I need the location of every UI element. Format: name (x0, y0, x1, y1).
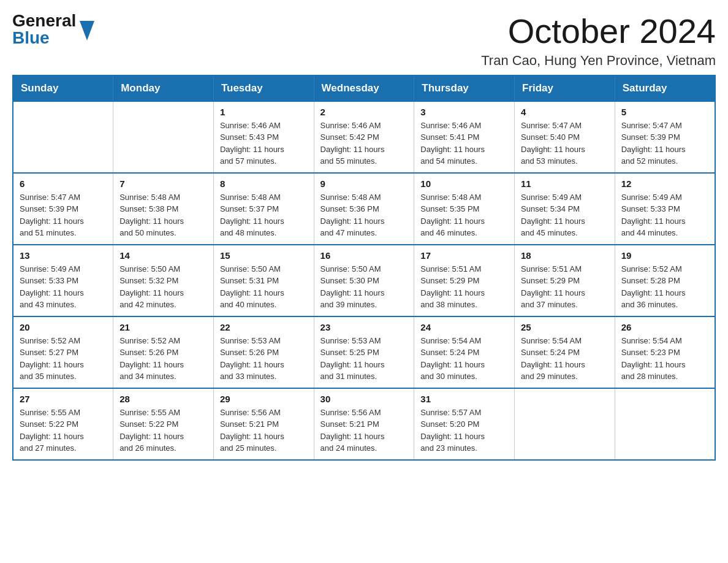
calendar-cell: 2Sunrise: 5:46 AM Sunset: 5:42 PM Daylig… (314, 101, 414, 173)
day-number: 9 (320, 178, 408, 189)
day-number: 16 (320, 250, 408, 261)
calendar-cell (13, 101, 113, 173)
calendar-cell: 28Sunrise: 5:55 AM Sunset: 5:22 PM Dayli… (113, 388, 214, 460)
day-number: 7 (119, 178, 207, 189)
day-info: Sunrise: 5:46 AM Sunset: 5:41 PM Dayligh… (420, 120, 508, 167)
header-day-friday: Friday (515, 75, 615, 101)
header-day-wednesday: Wednesday (314, 75, 414, 101)
day-number: 28 (119, 394, 207, 404)
day-info: Sunrise: 5:54 AM Sunset: 5:24 PM Dayligh… (420, 335, 508, 383)
calendar-cell: 13Sunrise: 5:49 AM Sunset: 5:33 PM Dayli… (13, 245, 113, 316)
day-number: 8 (220, 178, 308, 189)
day-info: Sunrise: 5:48 AM Sunset: 5:36 PM Dayligh… (320, 191, 408, 239)
svg-marker-0 (80, 21, 94, 40)
day-number: 25 (521, 322, 609, 332)
day-info: Sunrise: 5:50 AM Sunset: 5:31 PM Dayligh… (220, 263, 308, 311)
day-number: 20 (20, 322, 107, 332)
day-number: 1 (220, 107, 308, 117)
day-info: Sunrise: 5:50 AM Sunset: 5:32 PM Dayligh… (119, 263, 207, 311)
calendar-cell: 25Sunrise: 5:54 AM Sunset: 5:24 PM Dayli… (515, 316, 615, 388)
day-info: Sunrise: 5:53 AM Sunset: 5:26 PM Dayligh… (220, 335, 308, 383)
day-number: 21 (119, 322, 207, 332)
day-number: 14 (119, 250, 207, 261)
calendar-cell: 14Sunrise: 5:50 AM Sunset: 5:32 PM Dayli… (113, 245, 214, 316)
main-title: October 2024 (481, 12, 716, 50)
day-info: Sunrise: 5:46 AM Sunset: 5:42 PM Dayligh… (320, 120, 408, 167)
day-number: 18 (521, 250, 609, 261)
day-info: Sunrise: 5:52 AM Sunset: 5:26 PM Dayligh… (119, 335, 207, 383)
day-info: Sunrise: 5:51 AM Sunset: 5:29 PM Dayligh… (521, 263, 609, 311)
calendar-cell: 3Sunrise: 5:46 AM Sunset: 5:41 PM Daylig… (414, 101, 515, 173)
week-row-1: 1Sunrise: 5:46 AM Sunset: 5:43 PM Daylig… (13, 101, 715, 173)
day-number: 11 (521, 178, 609, 189)
day-info: Sunrise: 5:49 AM Sunset: 5:34 PM Dayligh… (521, 191, 609, 239)
day-number: 10 (420, 178, 508, 189)
header-day-sunday: Sunday (13, 75, 113, 101)
header-day-monday: Monday (113, 75, 214, 101)
day-number: 31 (420, 394, 508, 404)
day-number: 29 (220, 394, 308, 404)
calendar-cell: 9Sunrise: 5:48 AM Sunset: 5:36 PM Daylig… (314, 173, 414, 245)
day-info: Sunrise: 5:55 AM Sunset: 5:22 PM Dayligh… (119, 407, 207, 454)
day-info: Sunrise: 5:57 AM Sunset: 5:20 PM Dayligh… (420, 407, 508, 454)
week-row-5: 27Sunrise: 5:55 AM Sunset: 5:22 PM Dayli… (13, 388, 715, 460)
day-info: Sunrise: 5:56 AM Sunset: 5:21 PM Dayligh… (220, 407, 308, 454)
day-info: Sunrise: 5:50 AM Sunset: 5:30 PM Dayligh… (320, 263, 408, 311)
day-number: 13 (20, 250, 107, 261)
calendar-header: SundayMondayTuesdayWednesdayThursdayFrid… (13, 75, 715, 101)
logo: General Blue (12, 12, 94, 47)
calendar-cell (113, 101, 214, 173)
day-number: 17 (420, 250, 508, 261)
day-number: 2 (320, 107, 408, 117)
day-info: Sunrise: 5:55 AM Sunset: 5:22 PM Dayligh… (20, 407, 107, 454)
day-number: 4 (521, 107, 609, 117)
calendar-cell: 27Sunrise: 5:55 AM Sunset: 5:22 PM Dayli… (13, 388, 113, 460)
calendar-cell: 29Sunrise: 5:56 AM Sunset: 5:21 PM Dayli… (213, 388, 314, 460)
day-info: Sunrise: 5:54 AM Sunset: 5:24 PM Dayligh… (521, 335, 609, 383)
calendar-cell: 7Sunrise: 5:48 AM Sunset: 5:38 PM Daylig… (113, 173, 214, 245)
day-number: 5 (621, 107, 708, 117)
day-number: 15 (220, 250, 308, 261)
week-row-3: 13Sunrise: 5:49 AM Sunset: 5:33 PM Dayli… (13, 245, 715, 316)
logo-text: General Blue (12, 12, 76, 47)
calendar-body: 1Sunrise: 5:46 AM Sunset: 5:43 PM Daylig… (13, 101, 715, 460)
logo-blue: Blue (12, 29, 76, 47)
header-day-saturday: Saturday (615, 75, 715, 101)
day-number: 24 (420, 322, 508, 332)
day-number: 27 (20, 394, 107, 404)
header-row: SundayMondayTuesdayWednesdayThursdayFrid… (13, 75, 715, 101)
calendar-cell: 21Sunrise: 5:52 AM Sunset: 5:26 PM Dayli… (113, 316, 214, 388)
day-number: 30 (320, 394, 408, 404)
week-row-2: 6Sunrise: 5:47 AM Sunset: 5:39 PM Daylig… (13, 173, 715, 245)
calendar-cell: 31Sunrise: 5:57 AM Sunset: 5:20 PM Dayli… (414, 388, 515, 460)
day-info: Sunrise: 5:47 AM Sunset: 5:40 PM Dayligh… (521, 120, 609, 167)
logo-general: General (12, 12, 76, 29)
calendar-cell: 26Sunrise: 5:54 AM Sunset: 5:23 PM Dayli… (615, 316, 715, 388)
day-info: Sunrise: 5:56 AM Sunset: 5:21 PM Dayligh… (320, 407, 408, 454)
day-info: Sunrise: 5:47 AM Sunset: 5:39 PM Dayligh… (20, 191, 107, 239)
day-info: Sunrise: 5:48 AM Sunset: 5:35 PM Dayligh… (420, 191, 508, 239)
calendar-cell: 17Sunrise: 5:51 AM Sunset: 5:29 PM Dayli… (414, 245, 515, 316)
calendar-cell: 10Sunrise: 5:48 AM Sunset: 5:35 PM Dayli… (414, 173, 515, 245)
calendar-cell (515, 388, 615, 460)
calendar-cell: 15Sunrise: 5:50 AM Sunset: 5:31 PM Dayli… (213, 245, 314, 316)
day-info: Sunrise: 5:48 AM Sunset: 5:38 PM Dayligh… (119, 191, 207, 239)
calendar-cell (615, 388, 715, 460)
day-info: Sunrise: 5:46 AM Sunset: 5:43 PM Dayligh… (220, 120, 308, 167)
calendar-cell: 4Sunrise: 5:47 AM Sunset: 5:40 PM Daylig… (515, 101, 615, 173)
calendar-cell: 20Sunrise: 5:52 AM Sunset: 5:27 PM Dayli… (13, 316, 113, 388)
day-number: 19 (621, 250, 708, 261)
day-info: Sunrise: 5:54 AM Sunset: 5:23 PM Dayligh… (621, 335, 708, 383)
calendar-cell: 19Sunrise: 5:52 AM Sunset: 5:28 PM Dayli… (615, 245, 715, 316)
calendar-cell: 1Sunrise: 5:46 AM Sunset: 5:43 PM Daylig… (213, 101, 314, 173)
header-day-thursday: Thursday (414, 75, 515, 101)
logo-area: General Blue (12, 12, 94, 47)
day-info: Sunrise: 5:52 AM Sunset: 5:28 PM Dayligh… (621, 263, 708, 311)
day-number: 6 (20, 178, 107, 189)
calendar-cell: 12Sunrise: 5:49 AM Sunset: 5:33 PM Dayli… (615, 173, 715, 245)
calendar-cell: 22Sunrise: 5:53 AM Sunset: 5:26 PM Dayli… (213, 316, 314, 388)
day-info: Sunrise: 5:48 AM Sunset: 5:37 PM Dayligh… (220, 191, 308, 239)
day-number: 22 (220, 322, 308, 332)
logo-icon (80, 21, 94, 40)
day-info: Sunrise: 5:47 AM Sunset: 5:39 PM Dayligh… (621, 120, 708, 167)
